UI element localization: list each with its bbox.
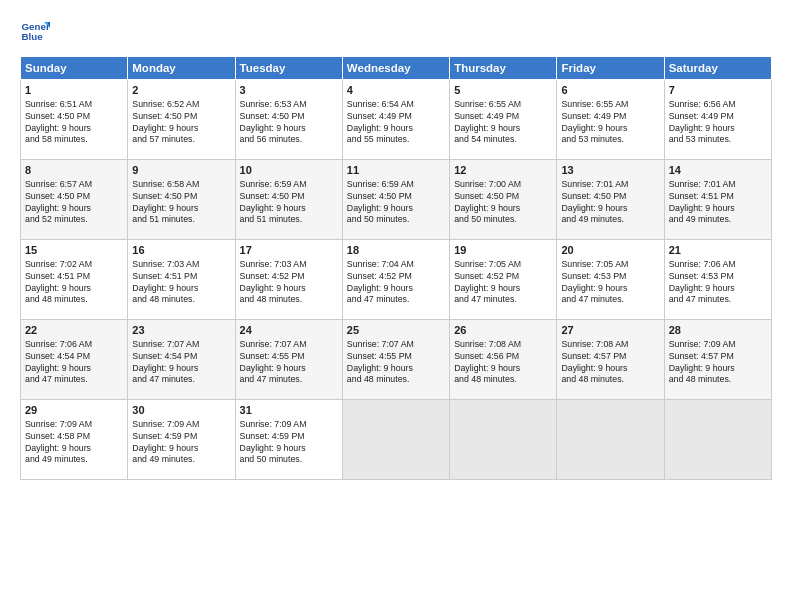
weekday-header-tuesday: Tuesday <box>235 57 342 80</box>
day-info: and 47 minutes. <box>347 294 445 306</box>
day-number: 21 <box>669 243 767 258</box>
day-info: Sunset: 4:55 PM <box>347 351 445 363</box>
day-info: Daylight: 9 hours <box>347 363 445 375</box>
day-info: Daylight: 9 hours <box>240 123 338 135</box>
day-info: and 48 minutes. <box>347 374 445 386</box>
day-info: and 53 minutes. <box>669 134 767 146</box>
day-info: and 47 minutes. <box>561 294 659 306</box>
day-info: and 47 minutes. <box>132 374 230 386</box>
day-info: and 47 minutes. <box>454 294 552 306</box>
day-info: Sunset: 4:51 PM <box>132 271 230 283</box>
day-info: and 49 minutes. <box>25 454 123 466</box>
day-info: Sunset: 4:57 PM <box>669 351 767 363</box>
day-info: Sunset: 4:57 PM <box>561 351 659 363</box>
day-number: 28 <box>669 323 767 338</box>
day-info: Daylight: 9 hours <box>25 123 123 135</box>
day-info: and 49 minutes. <box>561 214 659 226</box>
calendar-cell: 19Sunrise: 7:05 AMSunset: 4:52 PMDayligh… <box>450 240 557 320</box>
day-info: Daylight: 9 hours <box>561 123 659 135</box>
day-info: Sunrise: 7:08 AM <box>454 339 552 351</box>
calendar-cell: 20Sunrise: 7:05 AMSunset: 4:53 PMDayligh… <box>557 240 664 320</box>
day-number: 18 <box>347 243 445 258</box>
calendar-page: General Blue SundayMondayTuesdayWednesda… <box>0 0 792 612</box>
calendar-cell: 31Sunrise: 7:09 AMSunset: 4:59 PMDayligh… <box>235 400 342 480</box>
day-info: and 48 minutes. <box>132 294 230 306</box>
day-info: Daylight: 9 hours <box>132 443 230 455</box>
day-number: 25 <box>347 323 445 338</box>
day-info: Daylight: 9 hours <box>347 283 445 295</box>
day-info: Daylight: 9 hours <box>25 363 123 375</box>
day-info: Sunset: 4:50 PM <box>454 191 552 203</box>
week-row-1: 1Sunrise: 6:51 AMSunset: 4:50 PMDaylight… <box>21 80 772 160</box>
svg-text:Blue: Blue <box>22 31 44 42</box>
day-info: and 50 minutes. <box>240 454 338 466</box>
day-number: 31 <box>240 403 338 418</box>
day-info: Daylight: 9 hours <box>240 443 338 455</box>
day-info: Sunset: 4:51 PM <box>669 191 767 203</box>
calendar-cell: 14Sunrise: 7:01 AMSunset: 4:51 PMDayligh… <box>664 160 771 240</box>
day-info: Daylight: 9 hours <box>669 363 767 375</box>
day-info: Sunset: 4:50 PM <box>132 111 230 123</box>
day-number: 7 <box>669 83 767 98</box>
day-info: Sunrise: 6:53 AM <box>240 99 338 111</box>
calendar-cell: 17Sunrise: 7:03 AMSunset: 4:52 PMDayligh… <box>235 240 342 320</box>
day-info: Sunset: 4:49 PM <box>454 111 552 123</box>
day-info: Sunset: 4:50 PM <box>240 111 338 123</box>
day-info: Sunrise: 7:07 AM <box>132 339 230 351</box>
calendar-cell: 22Sunrise: 7:06 AMSunset: 4:54 PMDayligh… <box>21 320 128 400</box>
day-info: Sunrise: 7:01 AM <box>561 179 659 191</box>
calendar-cell: 12Sunrise: 7:00 AMSunset: 4:50 PMDayligh… <box>450 160 557 240</box>
calendar-cell: 30Sunrise: 7:09 AMSunset: 4:59 PMDayligh… <box>128 400 235 480</box>
day-info: Daylight: 9 hours <box>132 203 230 215</box>
day-info: and 58 minutes. <box>25 134 123 146</box>
day-info: Daylight: 9 hours <box>454 283 552 295</box>
day-info: Sunrise: 6:59 AM <box>240 179 338 191</box>
day-number: 27 <box>561 323 659 338</box>
day-info: Sunrise: 7:07 AM <box>240 339 338 351</box>
day-info: Daylight: 9 hours <box>347 123 445 135</box>
calendar-cell: 11Sunrise: 6:59 AMSunset: 4:50 PMDayligh… <box>342 160 449 240</box>
day-info: Sunset: 4:53 PM <box>561 271 659 283</box>
page-header: General Blue <box>20 16 772 46</box>
day-info: Sunset: 4:54 PM <box>25 351 123 363</box>
day-info: Sunset: 4:50 PM <box>240 191 338 203</box>
day-number: 23 <box>132 323 230 338</box>
day-info: and 50 minutes. <box>347 214 445 226</box>
day-info: and 49 minutes. <box>132 454 230 466</box>
day-info: and 47 minutes. <box>25 374 123 386</box>
weekday-header-friday: Friday <box>557 57 664 80</box>
day-info: Sunset: 4:50 PM <box>25 191 123 203</box>
day-number: 26 <box>454 323 552 338</box>
calendar-cell: 9Sunrise: 6:58 AMSunset: 4:50 PMDaylight… <box>128 160 235 240</box>
day-info: Sunrise: 7:05 AM <box>454 259 552 271</box>
day-number: 12 <box>454 163 552 178</box>
day-info: and 57 minutes. <box>132 134 230 146</box>
day-info: Daylight: 9 hours <box>25 203 123 215</box>
day-info: Sunrise: 7:06 AM <box>25 339 123 351</box>
calendar-cell: 28Sunrise: 7:09 AMSunset: 4:57 PMDayligh… <box>664 320 771 400</box>
day-info: Sunset: 4:56 PM <box>454 351 552 363</box>
day-info: Sunrise: 6:55 AM <box>454 99 552 111</box>
day-info: Daylight: 9 hours <box>25 283 123 295</box>
calendar-cell: 10Sunrise: 6:59 AMSunset: 4:50 PMDayligh… <box>235 160 342 240</box>
day-info: and 52 minutes. <box>25 214 123 226</box>
day-info: Sunrise: 6:57 AM <box>25 179 123 191</box>
day-info: Sunrise: 7:02 AM <box>25 259 123 271</box>
day-info: Daylight: 9 hours <box>561 283 659 295</box>
day-info: and 51 minutes. <box>132 214 230 226</box>
day-info: Daylight: 9 hours <box>240 203 338 215</box>
day-info: Daylight: 9 hours <box>132 363 230 375</box>
day-info: Daylight: 9 hours <box>240 283 338 295</box>
day-number: 14 <box>669 163 767 178</box>
day-number: 9 <box>132 163 230 178</box>
calendar-cell: 16Sunrise: 7:03 AMSunset: 4:51 PMDayligh… <box>128 240 235 320</box>
day-info: Sunset: 4:49 PM <box>347 111 445 123</box>
calendar-cell: 5Sunrise: 6:55 AMSunset: 4:49 PMDaylight… <box>450 80 557 160</box>
calendar-cell: 29Sunrise: 7:09 AMSunset: 4:58 PMDayligh… <box>21 400 128 480</box>
calendar-cell: 21Sunrise: 7:06 AMSunset: 4:53 PMDayligh… <box>664 240 771 320</box>
day-info: Sunrise: 7:09 AM <box>669 339 767 351</box>
day-info: and 53 minutes. <box>561 134 659 146</box>
day-number: 22 <box>25 323 123 338</box>
calendar-cell: 25Sunrise: 7:07 AMSunset: 4:55 PMDayligh… <box>342 320 449 400</box>
day-info: Sunrise: 7:09 AM <box>132 419 230 431</box>
